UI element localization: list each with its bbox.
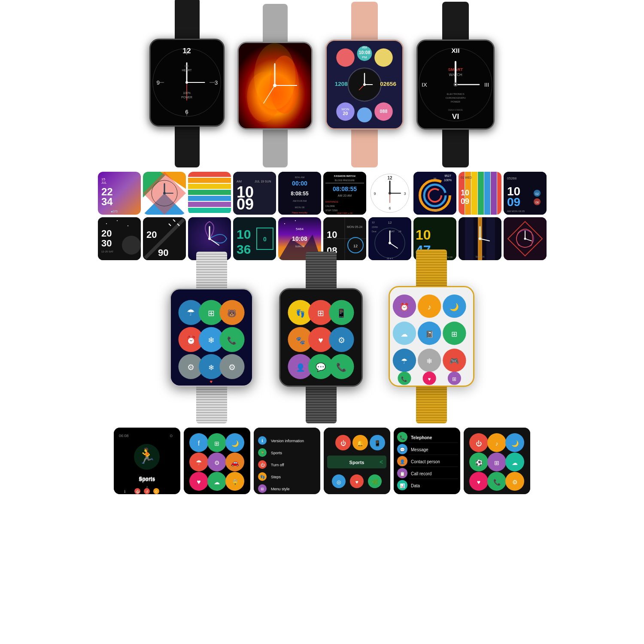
svg-text:09: 09 xyxy=(507,195,520,209)
thumb-rainbow-time[interactable]: 01 WED 10 09 xyxy=(459,172,501,215)
svg-text:10:08: 10:08 xyxy=(292,235,307,242)
svg-rect-128 xyxy=(491,172,497,215)
svg-text:❄: ❄ xyxy=(426,357,432,365)
thumbnail-row-1: 15 JUL 22 34 ●075 xyxy=(4,172,640,215)
svg-text:⚙: ⚙ xyxy=(187,362,194,372)
svg-text:⊞: ⊞ xyxy=(261,487,264,491)
thumb-circular-progress[interactable]: 9527 100% 88 88 STEPS xyxy=(413,172,456,215)
svg-text:9527: 9527 xyxy=(444,174,451,177)
svg-point-41 xyxy=(357,107,372,122)
ui-screen-app-grid-dark2[interactable]: ⏻ ♪ 🌙 ⚽ ⊞ ☁ ♥ 📞 ⚙ xyxy=(464,428,530,494)
svg-text:00:00: 00:00 xyxy=(292,180,307,187)
crown-med1 xyxy=(252,332,253,343)
svg-text:📊: 📊 xyxy=(400,483,405,489)
thumb-fashion-watch[interactable]: FASHION WATCH BLOOD PRESSURE 08:08:55 AM… xyxy=(323,172,366,215)
svg-text:100%: 100% xyxy=(183,91,190,94)
svg-text:AM  20  AM: AM 20 AM xyxy=(337,194,351,197)
watch-face-svg-4: XII III IX VI SMART WATCH ELECTRONICS CH… xyxy=(418,39,493,130)
svg-text:06:08: 06:08 xyxy=(119,434,129,438)
watch-gold-mesh: ⏰ ♪ 🌙 ☁ 📓 ⊞ ☂ ❄ xyxy=(389,249,474,423)
svg-text:☁: ☁ xyxy=(401,330,408,338)
svg-text:23459: 23459 xyxy=(372,226,378,228)
thumb-colorful-analog[interactable] xyxy=(143,172,186,215)
crown-2 xyxy=(311,80,313,91)
svg-text:Menu style: Menu style xyxy=(271,487,290,491)
watch-case-med3: ⏰ ♪ 🌙 ☁ 📓 ⊞ ☂ ❄ xyxy=(389,286,474,387)
thumb-dark-digital[interactable]: 80% AM 00:00 8:08:55 AM 8:08 AM MON 08 H… xyxy=(278,172,321,215)
svg-text:⏻: ⏻ xyxy=(136,490,140,494)
svg-text:Sports: Sports xyxy=(271,451,283,455)
svg-text:IX: IX xyxy=(422,82,427,88)
svg-text:20: 20 xyxy=(101,228,112,239)
watch-apps-svg-2: 👣 ⊞ 📱 🐾 ♥ ⚙ 👤 💬 📞 xyxy=(280,288,361,387)
thumb-dark-05268[interactable]: 05268 10 09 AM MON 08.05 02 08 xyxy=(504,172,547,215)
watch-case-3: AM 10:08 PM 1208 02656 xyxy=(325,39,404,130)
svg-text:D90: D90 xyxy=(185,65,189,67)
ui-screen-sports-menu[interactable]: ⏻ 🔔 📱 Sports < ◎ ♥ 🌿 xyxy=(324,428,390,494)
svg-text:◎: ◎ xyxy=(337,479,341,485)
svg-text:10: 10 xyxy=(237,227,251,241)
svg-text:02656: 02656 xyxy=(380,81,396,87)
svg-point-75 xyxy=(163,192,166,194)
svg-rect-126 xyxy=(478,172,484,215)
band-top-med1 xyxy=(196,252,227,288)
thumb-dark-1009[interactable]: AM JUL 19 SUN 10 09 xyxy=(233,172,276,215)
svg-point-203 xyxy=(479,237,481,240)
thumb-white-analog[interactable]: 12 3 6 9 xyxy=(368,172,411,215)
svg-text:12-25 SAT: 12-25 SAT xyxy=(101,250,114,253)
ui-screen-telephone-menu[interactable]: 📞 Telephone 💬 Message 👤 Contact person 📋… xyxy=(394,428,460,494)
svg-rect-98 xyxy=(325,182,364,184)
svg-text:6: 6 xyxy=(389,206,391,210)
svg-rect-81 xyxy=(188,202,231,207)
svg-text:Turn off: Turn off xyxy=(271,463,284,467)
band-bottom-1 xyxy=(175,127,200,167)
crown-med2 xyxy=(361,332,363,343)
thumb-purple-date[interactable]: 15 JUL 22 34 ●075 xyxy=(98,172,141,215)
ui-screen-menu-list[interactable]: ℹ Version information 🏃 Sports ⏻ Turn of… xyxy=(254,428,320,494)
svg-text:BLOOD PRESSURE: BLOOD PRESSURE xyxy=(334,179,355,182)
svg-rect-77 xyxy=(188,178,231,183)
main-container: 12 3 6 9 xyxy=(0,0,644,644)
band-bottom-med2 xyxy=(306,387,337,423)
svg-text:SAT: SAT xyxy=(390,230,395,233)
ui-screens-row: 06:08 ⊙ 🏃 Sports ∧ ℹ ⏻ ↺ © Sports xyxy=(4,428,640,496)
svg-text:100%: 100% xyxy=(444,179,452,182)
svg-rect-78 xyxy=(188,184,231,189)
svg-text:⏻: ⏻ xyxy=(340,440,346,447)
svg-text:🌙: 🌙 xyxy=(231,440,239,447)
ui-screen-app-grid-black[interactable]: f ⊞ 🌙 ☂ ⚙ 🚗 ♥ ☁ 🔒 xyxy=(184,428,250,494)
svg-text:⊞: ⊞ xyxy=(208,308,215,318)
svg-text:10: 10 xyxy=(327,229,337,240)
svg-point-37 xyxy=(363,83,366,86)
band-bottom-med1 xyxy=(196,387,227,423)
svg-text:☂: ☂ xyxy=(196,459,202,466)
svg-text:FASHION WATCH: FASHION WATCH xyxy=(334,175,355,177)
svg-rect-95 xyxy=(323,172,366,215)
ui-screen-sports-runner[interactable]: 06:08 ⊙ 🏃 Sports ∧ ℹ ⏻ ↺ © Sports xyxy=(114,428,180,494)
svg-text:09: 09 xyxy=(461,197,469,206)
svg-rect-125 xyxy=(471,172,477,215)
watch-silver-mesh: ☂ ⊞ 🐻 ⏰ ❄ 📞 ⚙ ❄ xyxy=(170,252,253,423)
band-top-4 xyxy=(442,2,469,39)
svg-text:⏰: ⏰ xyxy=(400,302,409,312)
svg-text:MON 05-24: MON 05-24 xyxy=(347,225,362,228)
watch-black-analog: 12 3 6 9 xyxy=(149,0,225,167)
svg-text:10: 10 xyxy=(461,188,469,197)
svg-text:⚙: ⚙ xyxy=(512,479,518,486)
svg-text:CHRONOGRAPH: CHRONOGRAPH xyxy=(446,97,465,99)
svg-text:DEKA VI MADE: DEKA VI MADE xyxy=(448,109,463,111)
thumb-stripes[interactable] xyxy=(188,172,231,215)
svg-text:AM  8:08  AM: AM 8:08 AM xyxy=(292,200,307,202)
svg-text:80%  AM: 80% AM xyxy=(295,176,304,179)
svg-text:DISTANCE: DISTANCE xyxy=(325,200,338,203)
svg-text:02: 02 xyxy=(535,192,539,195)
thumbnail-container: 15 JUL 22 34 ●075 xyxy=(4,172,640,260)
svg-text:AM  MON 08.05: AM MON 08.05 xyxy=(507,210,525,213)
svg-text:⊞: ⊞ xyxy=(452,376,456,382)
thumb-dark-space[interactable]: 20 30 12-25 SAT xyxy=(98,217,141,260)
band-top-1 xyxy=(175,0,200,39)
band-top-med3 xyxy=(416,249,447,286)
thumb-dark-dragon[interactable] xyxy=(504,217,547,260)
svg-rect-80 xyxy=(188,196,231,201)
svg-text:AM: AM xyxy=(362,46,367,49)
